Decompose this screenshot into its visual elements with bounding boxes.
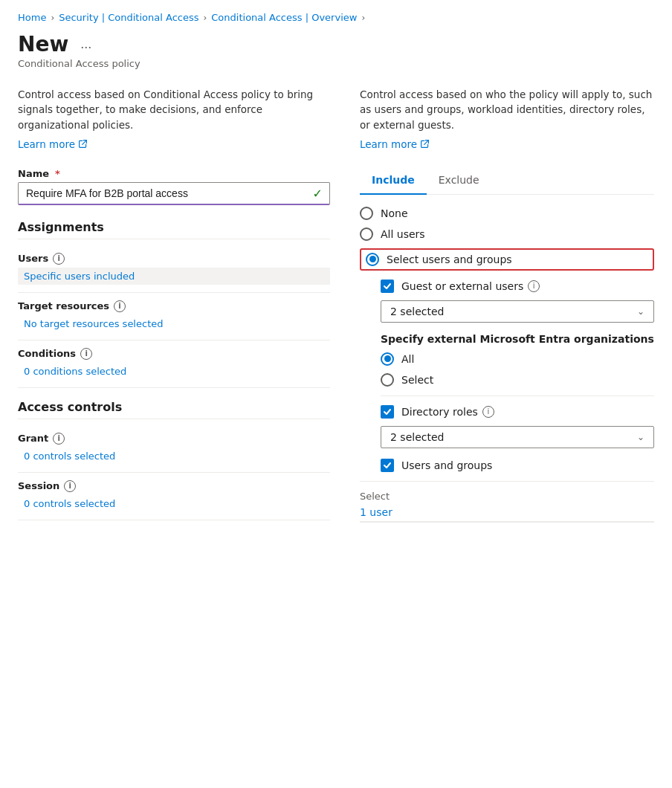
target-resources-value[interactable]: No target resources selected	[18, 315, 330, 332]
divider-1	[381, 395, 654, 396]
divider-2	[360, 481, 654, 482]
bottom-divider	[360, 521, 654, 523]
right-description: Control access based on who the policy w…	[360, 87, 654, 132]
check-svg-directory	[383, 407, 392, 416]
guest-dropdown-value: 2 selected	[390, 306, 444, 317]
specify-radio-select[interactable]: Select	[381, 373, 654, 387]
directory-info-icon[interactable]: i	[482, 406, 494, 418]
grant-label: Grant	[18, 433, 48, 444]
users-info-icon[interactable]: i	[53, 253, 65, 265]
users-row: Users i Specific users included	[18, 245, 330, 293]
conditions-value[interactable]: 0 conditions selected	[18, 363, 330, 380]
ellipsis-button[interactable]: ...	[76, 35, 96, 54]
specify-radio-select-circle	[381, 373, 394, 387]
users-value[interactable]: Specific users included	[18, 268, 330, 285]
checkbox-guest-icon	[381, 280, 394, 293]
breadcrumb-overview[interactable]: Conditional Access | Overview	[211, 12, 357, 23]
users-label: Users	[18, 253, 48, 264]
check-svg-users-groups	[383, 461, 392, 470]
breadcrumb: Home › Security | Conditional Access › C…	[18, 12, 654, 23]
conditions-row: Conditions i 0 conditions selected	[18, 340, 330, 388]
select-label: Select	[360, 491, 654, 502]
external-link-icon-left	[78, 139, 88, 149]
left-panel: Control access based on Conditional Acce…	[18, 87, 330, 523]
session-info-icon[interactable]: i	[64, 480, 76, 492]
checkbox-directory-label: Directory roles i	[401, 406, 494, 418]
select-section: Select 1 user	[360, 491, 654, 518]
checkbox-directory-roles[interactable]: Directory roles i	[381, 405, 654, 419]
checkbox-users-groups[interactable]: Users and groups	[381, 459, 654, 472]
name-check-icon: ✓	[313, 187, 323, 201]
grant-info-icon[interactable]: i	[53, 433, 65, 445]
select-user-link[interactable]: 1 user	[360, 506, 392, 518]
target-resources-label: Target resources	[18, 300, 109, 311]
target-resources-row: Target resources i No target resources s…	[18, 293, 330, 340]
right-learn-more-link[interactable]: Learn more	[360, 138, 430, 150]
session-value[interactable]: 0 controls selected	[18, 495, 330, 512]
tab-exclude[interactable]: Exclude	[427, 168, 491, 195]
access-controls-section: Access controls Grant i 0 controls selec…	[18, 400, 330, 520]
specify-radio-all-circle	[381, 352, 394, 366]
check-svg-guest	[383, 282, 392, 291]
checkbox-guest-users[interactable]: Guest or external users i	[381, 280, 654, 293]
conditions-info-icon[interactable]: i	[80, 348, 92, 360]
radio-select-users-circle	[366, 253, 379, 266]
left-learn-more-text: Learn more	[18, 138, 75, 150]
left-description: Control access based on Conditional Acce…	[18, 87, 330, 132]
guest-dropdown-arrow: ⌄	[637, 306, 644, 317]
session-label: Session	[18, 480, 59, 491]
grant-row: Grant i 0 controls selected	[18, 425, 330, 473]
breadcrumb-security[interactable]: Security | Conditional Access	[59, 12, 198, 23]
checkbox-directory-icon	[381, 405, 394, 419]
radio-select-users-label: Select users and groups	[387, 253, 512, 265]
checkbox-users-groups-icon	[381, 459, 394, 472]
assignments-title: Assignments	[18, 220, 330, 239]
required-star: *	[55, 168, 60, 179]
checkbox-users-groups-label: Users and groups	[401, 459, 492, 471]
tab-include[interactable]: Include	[360, 168, 427, 195]
specify-radio-select-label: Select	[401, 374, 433, 386]
directory-dropdown-value: 2 selected	[390, 431, 444, 443]
specify-radio-all[interactable]: All	[381, 352, 654, 366]
radio-none-label: None	[381, 207, 408, 219]
specify-title: Specify external Microsoft Entra organiz…	[381, 333, 654, 345]
radio-none[interactable]: None	[360, 207, 654, 220]
conditions-label: Conditions	[18, 348, 76, 359]
guest-info-icon[interactable]: i	[528, 280, 540, 292]
breadcrumb-sep-1: ›	[51, 13, 54, 23]
checkbox-guest-label: Guest or external users i	[401, 280, 540, 292]
breadcrumb-sep-2: ›	[203, 13, 207, 23]
specify-radio-all-label: All	[401, 353, 414, 365]
directory-dropdown-arrow: ⌄	[637, 432, 644, 442]
left-learn-more-link[interactable]: Learn more	[18, 138, 88, 150]
radio-all-users-circle	[360, 227, 373, 241]
guest-dropdown[interactable]: 2 selected ⌄	[381, 300, 654, 323]
radio-select-users-row[interactable]: Select users and groups	[360, 248, 654, 271]
breadcrumb-sep-3: ›	[361, 13, 365, 23]
page-title: New	[18, 32, 68, 56]
page-subtitle: Conditional Access policy	[18, 58, 654, 69]
radio-none-circle	[360, 207, 373, 220]
name-input[interactable]	[18, 182, 330, 205]
breadcrumb-home[interactable]: Home	[18, 12, 46, 23]
name-label: Name*	[18, 168, 330, 179]
tabs-row: Include Exclude	[360, 168, 654, 195]
external-link-icon-right	[420, 139, 430, 149]
access-controls-title: Access controls	[18, 400, 330, 419]
radio-all-users-label: All users	[381, 228, 425, 240]
name-input-wrapper: ✓	[18, 182, 330, 205]
target-resources-info-icon[interactable]: i	[114, 300, 126, 312]
right-panel: Control access based on who the policy w…	[360, 87, 654, 523]
grant-value[interactable]: 0 controls selected	[18, 448, 330, 465]
radio-all-users[interactable]: All users	[360, 227, 654, 241]
right-learn-more-text: Learn more	[360, 138, 417, 150]
directory-dropdown[interactable]: 2 selected ⌄	[381, 426, 654, 448]
session-row: Session i 0 controls selected	[18, 473, 330, 520]
